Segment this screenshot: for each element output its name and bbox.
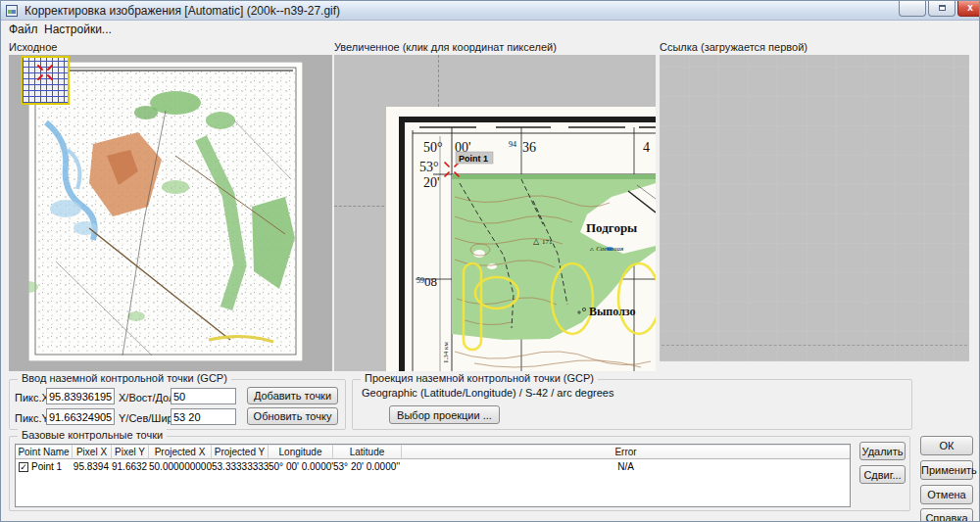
col-latitude[interactable]: Latitude	[333, 445, 402, 459]
y-coord-label: Y/Сев/Шир	[119, 412, 173, 424]
map-lat-deg: 53°	[419, 160, 439, 174]
reference-map-panel[interactable]	[660, 55, 969, 361]
table-row[interactable]: ✓Point 1 95.8394 91.6632 50.0000000000 5…	[16, 459, 850, 473]
point-error: N/A	[402, 461, 850, 472]
add-point-button[interactable]: Добавить точки	[247, 387, 338, 404]
zoomed-map-image[interactable]: 50° 00' 94 36 4 53° 20' 59 08 1.34 км По…	[386, 107, 656, 371]
pixel-x-label: Пикс.X	[15, 392, 49, 403]
triangulation-icon: △	[533, 237, 540, 246]
col-projected-x[interactable]: Projected X	[149, 445, 212, 459]
menu-settings[interactable]: Настройки...	[40, 23, 116, 36]
pixel-y-input[interactable]	[46, 408, 115, 425]
restore-button[interactable]	[928, 1, 956, 17]
map-town-name: Подгоры	[586, 220, 637, 235]
map-left-big: 08	[424, 274, 437, 289]
map-lat-min: 20'	[423, 175, 440, 190]
point-latitude: 53° 20' 0.0000'' N	[333, 461, 402, 472]
apply-button[interactable]: Применить	[920, 460, 973, 480]
control-points-group-title: Базовые контрольные точки	[18, 429, 167, 441]
source-map-thumbnail[interactable]	[28, 62, 303, 361]
map-grid-small: 94	[509, 140, 516, 149]
map-road-note: 1.34 км	[442, 342, 450, 363]
point-name: Point 1	[31, 461, 62, 472]
control-points-table[interactable]: Point Name Pixel X Pixel Y Projected X P…	[15, 444, 851, 507]
map-grid-big: 36	[522, 140, 536, 155]
map-grid-next: 4	[643, 140, 650, 155]
map-lon-deg: 50°	[423, 140, 443, 155]
app-window: Корректировка изображения [Automatic] (2…	[0, 0, 980, 522]
magnifier-overlay[interactable]	[21, 56, 70, 105]
point-pixel-y: 91.6632	[112, 461, 149, 472]
source-map-panel[interactable]	[9, 55, 332, 371]
reference-panel-label: Ссылка (загружается первой)	[660, 41, 808, 53]
source-panel-label: Исходное	[9, 41, 57, 53]
col-longitude[interactable]: Longitude	[269, 445, 333, 459]
close-button[interactable]: x	[957, 1, 980, 17]
point-pixel-x: 95.8394	[73, 461, 112, 472]
map-left-small: 59	[416, 276, 424, 285]
help-button[interactable]: Справка	[920, 508, 973, 522]
reference-crosshair-horizontal	[662, 345, 967, 346]
x-coord-input[interactable]	[171, 388, 236, 404]
zoomed-map-panel[interactable]: 50° 00' 94 36 4 53° 20' 59 08 1.34 км По…	[334, 55, 656, 371]
projection-value: Geographic (Latitude/Longitude) / S-42 /…	[362, 387, 613, 399]
projection-group-title: Проекция наземной контрольной точки (GCP…	[361, 372, 598, 384]
cancel-button[interactable]: Отмена	[920, 485, 973, 504]
zoom-panel-label: Увеличенное (клик для координат пикселей…	[334, 41, 557, 53]
point-longitude: 50° 00' 0.0000'' E	[269, 461, 333, 472]
magnifier-crosshair-icon	[23, 58, 68, 103]
point-projected-y: 53.3333333333	[212, 461, 269, 472]
close-icon: x	[967, 2, 973, 13]
col-pixel-x[interactable]: Pixel X	[73, 445, 112, 459]
col-projected-y[interactable]: Projected Y	[212, 445, 269, 459]
minimize-button[interactable]	[899, 1, 926, 17]
ok-button[interactable]: ОК	[920, 436, 973, 455]
map-elevation: 171	[542, 238, 553, 246]
point-projected-x: 50.0000000000	[149, 461, 212, 472]
gcp-input-group-title: Ввод наземной контрольной точки (GCP)	[18, 372, 231, 384]
select-projection-button[interactable]: Выбор проекции ...	[389, 405, 500, 424]
menu-bar: Файл Настройки...	[1, 22, 980, 37]
shift-point-button[interactable]: Сдвиг...	[859, 465, 906, 484]
point-marker-label: Point 1	[459, 154, 488, 164]
restore-icon	[939, 5, 946, 11]
col-error[interactable]: Error	[402, 445, 850, 459]
map-hill-name: г. Сосновая	[590, 245, 623, 253]
cursor-crosshair-horizontal	[334, 206, 389, 207]
title-bar: Корректировка изображения [Automatic] (2…	[1, 1, 980, 21]
update-point-button[interactable]: Обновить точку	[247, 407, 338, 425]
map-village-name: Выползо	[589, 305, 636, 318]
menu-file[interactable]: Файл	[5, 23, 42, 36]
pixel-x-input[interactable]	[46, 388, 115, 404]
window-title: Корректировка изображения [Automatic] (2…	[24, 4, 340, 18]
y-coord-input[interactable]	[171, 408, 236, 425]
app-icon	[6, 5, 18, 17]
pixel-y-label: Пикс.Y	[15, 412, 49, 424]
point-checkbox[interactable]: ✓	[19, 462, 28, 472]
col-point-name[interactable]: Point Name	[16, 445, 73, 459]
delete-point-button[interactable]: Удалить	[859, 442, 906, 460]
col-pixel-y[interactable]: Pixel Y	[112, 445, 149, 459]
table-header-row: Point Name Pixel X Pixel Y Projected X P…	[16, 445, 850, 459]
